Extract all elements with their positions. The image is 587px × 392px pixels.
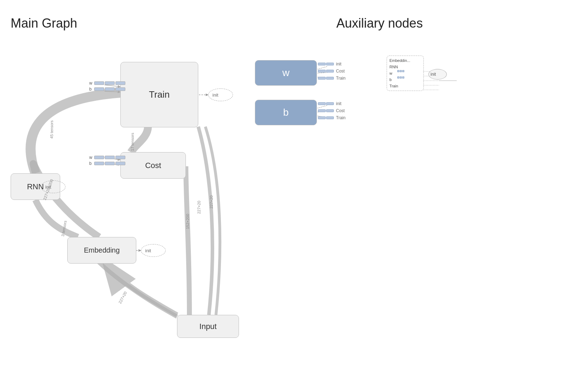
train-b-dot-3	[115, 87, 125, 91]
aux-b-dot-2	[326, 102, 334, 105]
train-w-dot-1	[94, 81, 104, 85]
input-node[interactable]: Input	[177, 315, 239, 338]
aux-w-connectors: init Cost Train	[318, 60, 346, 81]
cost-b-dot-1	[94, 162, 104, 165]
cost-wb-connectors: w b	[89, 155, 125, 166]
edge-227x20-1: 227×20	[197, 201, 201, 214]
mini-b-dot-3	[402, 76, 404, 79]
edge-17-tensors: 17 tensors	[130, 133, 135, 151]
mini-label-rnn: RNN	[389, 65, 398, 69]
mini-label-embedding: Embeddin...	[389, 58, 410, 63]
edge-227x20-3: 227×20	[118, 291, 128, 304]
aux-w-dot-2	[326, 63, 334, 65]
aux-b-dot-5	[318, 116, 326, 119]
mini-w-dot-1	[397, 70, 399, 72]
mini-b-dot-1	[397, 76, 399, 79]
aux-b-dot-3	[318, 109, 326, 112]
aux-w-dot-3	[318, 70, 326, 73]
train-init-label: init	[212, 92, 218, 98]
embedding-init-ellipse	[141, 244, 166, 257]
aux-b-connectors: init Cost Train	[318, 100, 346, 120]
embedding-init-label: init	[145, 248, 151, 253]
cost-w-dot-2	[105, 156, 115, 159]
cost-w-dot-1	[94, 156, 104, 159]
mini-label-train: Train	[389, 84, 398, 88]
mini-init-label: init	[431, 72, 436, 77]
mini-graph: Embeddin... RNN w b Train init	[389, 58, 460, 94]
edge-152x200: 152×200	[186, 214, 190, 229]
train-w-dot-2	[105, 81, 115, 85]
aux-w-node[interactable]: w	[255, 60, 317, 86]
mini-label-w: w	[389, 71, 392, 75]
aux-w-dot-5	[318, 77, 326, 80]
train-b-dot-2	[105, 87, 115, 91]
train-init-ellipse	[208, 88, 233, 101]
train-b-dot-1	[94, 87, 104, 91]
aux-b-dot-6	[326, 116, 334, 119]
cost-b-dot-2	[105, 162, 115, 165]
cost-b-dot-3	[115, 162, 125, 165]
mini-b-dot-2	[400, 76, 402, 79]
mini-w-dot-3	[402, 70, 404, 72]
edge-227x20-2: 227×20	[209, 195, 213, 208]
cost-node[interactable]: Cost	[120, 152, 186, 179]
train-wb-connectors: w b	[89, 81, 125, 92]
aux-w-dot-4	[326, 70, 334, 73]
edge-3-tensors: 3 tensors	[61, 220, 68, 237]
aux-b-dot-1	[318, 102, 326, 105]
auxiliary-nodes-title: Auxiliary nodes	[336, 16, 423, 31]
main-graph-title: Main Graph	[11, 16, 77, 31]
train-w-dot-3	[115, 81, 125, 85]
aux-b-node[interactable]: b	[255, 100, 317, 125]
train-node[interactable]: Train	[120, 62, 198, 127]
mini-w-dot-2	[400, 70, 402, 72]
mini-label-b: b	[389, 77, 392, 82]
edge-45-tensors: 45 tensors	[50, 120, 54, 138]
aux-b-dot-4	[326, 109, 334, 112]
embedding-node[interactable]: Embedding	[67, 237, 136, 264]
aux-w-dot-1	[318, 63, 326, 65]
cost-w-dot-3	[115, 156, 125, 159]
aux-w-dot-6	[326, 77, 334, 80]
rnn-init-ellipse	[41, 180, 65, 193]
